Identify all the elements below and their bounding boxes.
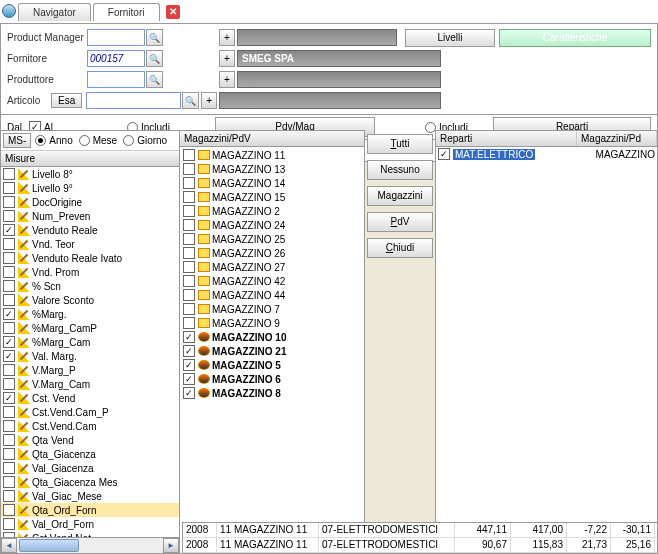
measure-checkbox[interactable] <box>3 294 15 306</box>
magazzino-item[interactable]: MAGAZZINO 15 <box>181 190 363 204</box>
magazzino-item[interactable]: MAGAZZINO 6 <box>181 372 363 386</box>
magazzini-button[interactable]: Magazzini <box>367 186 433 206</box>
measure-checkbox[interactable] <box>3 490 15 502</box>
tutti-button[interactable]: Tutti <box>367 134 433 154</box>
measure-checkbox[interactable] <box>3 462 15 474</box>
measure-checkbox[interactable] <box>3 406 15 418</box>
magazzini-list[interactable]: MAGAZZINO 11MAGAZZINO 13MAGAZZINO 14MAGA… <box>180 147 364 553</box>
measure-item[interactable]: %Marg. <box>1 307 179 321</box>
measure-checkbox[interactable] <box>3 168 15 180</box>
magazzino-checkbox[interactable] <box>183 219 195 231</box>
magazzino-checkbox[interactable] <box>183 149 195 161</box>
measure-item[interactable]: Qta_Giacenza Mes <box>1 475 179 489</box>
measure-item[interactable]: Qta_Ord_Forn <box>1 503 179 517</box>
measure-item[interactable]: V.Marg_Cam <box>1 377 179 391</box>
magazzino-checkbox[interactable] <box>183 233 195 245</box>
measure-item[interactable]: Val_Ord_Forn <box>1 517 179 531</box>
mese-radio[interactable] <box>79 135 90 146</box>
magazzino-checkbox[interactable] <box>183 303 195 315</box>
scroll-track[interactable] <box>17 538 163 553</box>
measure-item[interactable]: %Marg_Cam <box>1 335 179 349</box>
tab-fornitori[interactable]: Fornitori <box>93 3 160 21</box>
measure-item[interactable]: Venduto Reale <box>1 223 179 237</box>
measure-item[interactable]: Valore Sconto <box>1 293 179 307</box>
measure-item[interactable]: Cst.Vend.Cam_P <box>1 405 179 419</box>
magazzino-item[interactable]: MAGAZZINO 14 <box>181 176 363 190</box>
fornitore-lookup-icon[interactable]: 🔍 <box>146 50 163 67</box>
pm-plus-button[interactable]: + <box>219 29 235 46</box>
reparto-item[interactable]: MAT.ELETTRICOMAGAZZINO <box>436 147 657 161</box>
measure-checkbox[interactable] <box>3 392 15 404</box>
chiudi-button[interactable]: Chiudi <box>367 238 433 258</box>
articolo-input[interactable] <box>86 92 181 109</box>
magazzino-item[interactable]: MAGAZZINO 21 <box>181 344 363 358</box>
measure-item[interactable]: Vnd. Teor <box>1 237 179 251</box>
measure-item[interactable]: Vnd. Prom <box>1 265 179 279</box>
scroll-thumb[interactable] <box>19 539 79 552</box>
produttore-lookup-icon[interactable]: 🔍 <box>146 71 163 88</box>
magazzino-checkbox[interactable] <box>183 191 195 203</box>
magazzino-item[interactable]: MAGAZZINO 5 <box>181 358 363 372</box>
measure-item[interactable]: Num_Preven <box>1 209 179 223</box>
measure-checkbox[interactable] <box>3 518 15 530</box>
articolo-lookup-icon[interactable]: 🔍 <box>182 92 199 109</box>
measure-checkbox[interactable] <box>3 182 15 194</box>
ms-button[interactable]: MS- <box>3 133 31 148</box>
measure-checkbox[interactable] <box>3 308 15 320</box>
articolo-plus-button[interactable]: + <box>201 92 217 109</box>
magazzino-item[interactable]: MAGAZZINO 7 <box>181 302 363 316</box>
magazzino-item[interactable]: MAGAZZINO 24 <box>181 218 363 232</box>
measure-checkbox[interactable] <box>3 266 15 278</box>
measure-checkbox[interactable] <box>3 420 15 432</box>
magazzino-item[interactable]: MAGAZZINO 13 <box>181 162 363 176</box>
magazzino-item[interactable]: MAGAZZINO 2 <box>181 204 363 218</box>
measure-item[interactable]: V.Marg_P <box>1 363 179 377</box>
measure-checkbox[interactable] <box>3 434 15 446</box>
scroll-right-icon[interactable]: ► <box>163 538 179 553</box>
magazzino-item[interactable]: MAGAZZINO 44 <box>181 288 363 302</box>
esa-button[interactable]: Esa <box>51 93 82 108</box>
measure-checkbox[interactable] <box>3 210 15 222</box>
magazzino-checkbox[interactable] <box>183 261 195 273</box>
magazzino-checkbox[interactable] <box>183 373 195 385</box>
measure-checkbox[interactable] <box>3 350 15 362</box>
magazzino-checkbox[interactable] <box>183 359 195 371</box>
measure-item[interactable]: Livello 9° <box>1 181 179 195</box>
magazzino-checkbox[interactable] <box>183 317 195 329</box>
measure-item[interactable]: Cst. Vend <box>1 391 179 405</box>
measure-checkbox[interactable] <box>3 224 15 236</box>
magazzino-checkbox[interactable] <box>183 345 195 357</box>
measure-item[interactable]: Qta Vend <box>1 433 179 447</box>
fornitore-input[interactable]: 000157 <box>87 50 145 67</box>
produttore-plus-button[interactable]: + <box>219 71 235 88</box>
anno-radio[interactable] <box>35 135 46 146</box>
magazzino-item[interactable]: MAGAZZINO 27 <box>181 260 363 274</box>
magazzino-item[interactable]: MAGAZZINO 11 <box>181 148 363 162</box>
measure-item[interactable]: Cst.Vend.Cam <box>1 419 179 433</box>
measure-checkbox[interactable] <box>3 238 15 250</box>
measure-item[interactable]: Val. Marg. <box>1 349 179 363</box>
magazzino-checkbox[interactable] <box>183 275 195 287</box>
measure-checkbox[interactable] <box>3 504 15 516</box>
reparti-list[interactable]: MAT.ELETTRICOMAGAZZINO <box>436 147 657 161</box>
measure-checkbox[interactable] <box>3 336 15 348</box>
magazzino-checkbox[interactable] <box>183 163 195 175</box>
nessuno-button[interactable]: Nessuno <box>367 160 433 180</box>
caratteristiche-button[interactable]: Caratteristiche <box>499 29 651 47</box>
magazzino-item[interactable]: MAGAZZINO 9 <box>181 316 363 330</box>
measure-item[interactable]: Val_Giacenza <box>1 461 179 475</box>
close-tab-icon[interactable]: ✕ <box>166 5 180 19</box>
scroll-left-icon[interactable]: ◄ <box>1 538 17 553</box>
magazzino-item[interactable]: MAGAZZINO 26 <box>181 246 363 260</box>
measure-item[interactable]: %Marg_CamP <box>1 321 179 335</box>
measures-list[interactable]: Livello 8°Livello 9°DocOrigineNum_Preven… <box>1 167 179 537</box>
measure-item[interactable]: % Scn <box>1 279 179 293</box>
tab-navigator[interactable]: Navigator <box>18 3 91 21</box>
measure-item[interactable]: Livello 8° <box>1 167 179 181</box>
measure-checkbox[interactable] <box>3 448 15 460</box>
measure-item[interactable]: Val_Giac_Mese <box>1 489 179 503</box>
measure-checkbox[interactable] <box>3 322 15 334</box>
measure-checkbox[interactable] <box>3 196 15 208</box>
magazzino-checkbox[interactable] <box>183 177 195 189</box>
magazzino-item[interactable]: MAGAZZINO 42 <box>181 274 363 288</box>
